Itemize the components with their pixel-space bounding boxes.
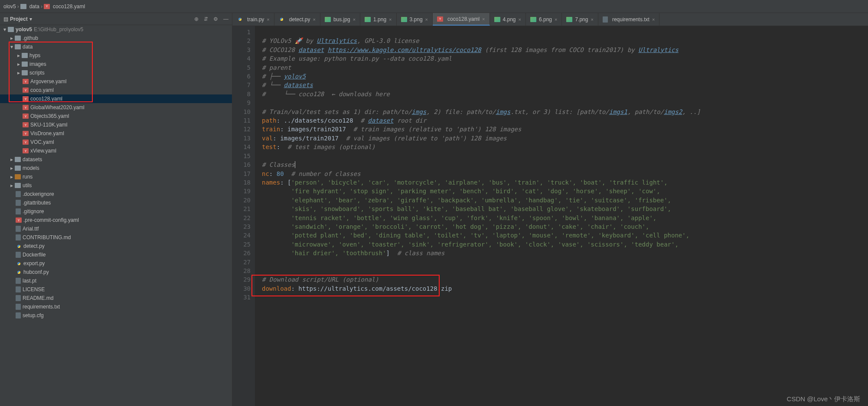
- tree-arial[interactable]: Arial.ttf: [0, 224, 232, 233]
- chevron-right-icon: ›: [17, 3, 19, 10]
- editor-tabs: train.py× detect.py× bus.jpg× 1.png× 3.p…: [232, 13, 868, 26]
- tree-lastpt[interactable]: last.pt: [0, 276, 232, 285]
- yaml-icon: Y: [23, 96, 29, 101]
- tree-export[interactable]: export.py: [0, 259, 232, 268]
- tree-setup[interactable]: setup.cfg: [0, 311, 232, 320]
- file-icon: [16, 208, 21, 214]
- tab-4png[interactable]: 4.png×: [490, 13, 526, 26]
- tree-datasets[interactable]: ▸datasets: [0, 155, 232, 164]
- image-icon: [401, 17, 407, 22]
- cfg-icon: [16, 312, 21, 318]
- tab-7png[interactable]: 7.png×: [562, 13, 598, 26]
- close-icon[interactable]: ×: [353, 17, 356, 22]
- tab-train[interactable]: train.py×: [232, 13, 274, 26]
- tab-requirements[interactable]: requirements.txt×: [598, 13, 659, 26]
- code-content[interactable]: # YOLOv5 🚀 by Ultralytics, GPL-3.0 licen…: [255, 26, 868, 406]
- target-icon[interactable]: ⊕: [194, 16, 199, 22]
- tree-coco128[interactable]: Ycoco128.yaml: [0, 94, 232, 103]
- close-icon[interactable]: ×: [267, 17, 269, 22]
- project-panel: ▤ Project ▾ ⊕ ⇵ ⚙ — ▾yolov5E:\GitHub_pro…: [0, 13, 232, 406]
- yaml-icon: Y: [437, 16, 443, 22]
- tree-contributing[interactable]: CONTRIBUTING.md: [0, 233, 232, 242]
- yaml-icon: Y: [44, 4, 50, 9]
- tree-hubconf[interactable]: hubconf.py: [0, 268, 232, 276]
- crumb-file[interactable]: coco128.yaml: [53, 3, 85, 10]
- project-icon: ▤: [3, 16, 8, 22]
- tree-models[interactable]: ▸models: [0, 164, 232, 172]
- filter-icon[interactable]: ⇵: [204, 16, 208, 22]
- project-title[interactable]: Project: [10, 16, 28, 22]
- tree-dockerignore[interactable]: .dockerignore: [0, 190, 232, 198]
- code-editor[interactable]: 1234567891011121314151617181920212223242…: [232, 26, 868, 406]
- tree-scripts[interactable]: ▸scripts: [0, 68, 232, 77]
- close-icon[interactable]: ×: [555, 17, 557, 22]
- tree-readme[interactable]: README.md: [0, 294, 232, 302]
- python-icon: [16, 243, 22, 249]
- tree-precommit[interactable]: Y.pre-commit-config.yaml: [0, 216, 232, 224]
- collapse-icon[interactable]: —: [223, 16, 228, 22]
- crumb-data[interactable]: data: [29, 3, 39, 10]
- tree-globalwheat[interactable]: YGlobalWheat2020.yaml: [0, 103, 232, 112]
- watermark: CSDN @Love丶伊卡洛斯: [787, 395, 860, 403]
- tab-detect[interactable]: detect.py×: [274, 13, 320, 26]
- file-icon: [16, 191, 21, 197]
- folder-icon: [15, 36, 21, 41]
- tree-images[interactable]: ▸images: [0, 60, 232, 68]
- tree-objects365[interactable]: YObjects365.yaml: [0, 112, 232, 120]
- tree-gitattributes[interactable]: .gitattributes: [0, 198, 232, 207]
- dropdown-icon[interactable]: ▾: [29, 16, 32, 22]
- tree-voc[interactable]: YVOC.yaml: [0, 138, 232, 146]
- md-icon: [16, 234, 21, 240]
- yaml-icon: Y: [23, 122, 29, 127]
- tree-license[interactable]: LICENSE: [0, 285, 232, 294]
- yaml-icon: Y: [23, 79, 29, 84]
- tree-runs[interactable]: ▸runs: [0, 172, 232, 181]
- folder-icon: [15, 174, 21, 179]
- tree-github[interactable]: ▸.github: [0, 34, 232, 42]
- tree-sku[interactable]: YSKU-110K.yaml: [0, 120, 232, 129]
- gear-icon[interactable]: ⚙: [213, 16, 218, 22]
- font-icon: [16, 226, 21, 232]
- folder-icon: [15, 183, 21, 188]
- tree-argoverse[interactable]: YArgoverse.yaml: [0, 77, 232, 86]
- editor-area: train.py× detect.py× bus.jpg× 1.png× 3.p…: [232, 13, 868, 406]
- line-gutter: 1234567891011121314151617181920212223242…: [232, 26, 255, 406]
- close-icon[interactable]: ×: [652, 17, 655, 22]
- close-icon[interactable]: ×: [519, 17, 521, 22]
- tree-root[interactable]: ▾yolov5E:\GitHub_pro\yolov5: [0, 25, 232, 34]
- yaml-icon: Y: [23, 140, 29, 145]
- tree-xview[interactable]: YxView.yaml: [0, 146, 232, 155]
- image-icon: [494, 17, 500, 22]
- tree-coco[interactable]: Ycoco.yaml: [0, 86, 232, 94]
- tab-6png[interactable]: 6.png×: [526, 13, 562, 26]
- tree-dockerfile[interactable]: Dockerfile: [0, 250, 232, 259]
- tree-data[interactable]: ▾data: [0, 42, 232, 51]
- tab-bus[interactable]: bus.jpg×: [320, 13, 360, 26]
- image-icon: [530, 17, 536, 22]
- python-icon: [237, 16, 243, 23]
- yaml-icon: Y: [23, 88, 29, 93]
- close-icon[interactable]: ×: [425, 17, 428, 22]
- folder-icon: [15, 166, 21, 171]
- project-tree[interactable]: ▾yolov5E:\GitHub_pro\yolov5 ▸.github ▾da…: [0, 25, 232, 406]
- close-icon[interactable]: ×: [313, 17, 316, 22]
- txt-icon: [16, 304, 21, 310]
- tree-visdrone[interactable]: YVisDrone.yaml: [0, 129, 232, 138]
- tab-coco128[interactable]: Ycoco128.yaml×: [433, 13, 489, 26]
- python-icon: [16, 260, 22, 266]
- tree-requirements[interactable]: requirements.txt: [0, 302, 232, 311]
- yaml-icon: Y: [23, 131, 29, 136]
- docker-icon: [16, 252, 21, 258]
- tab-1png[interactable]: 1.png×: [360, 13, 396, 26]
- tab-3png[interactable]: 3.png×: [397, 13, 433, 26]
- txt-icon: [603, 16, 608, 23]
- close-icon[interactable]: ×: [591, 17, 593, 22]
- tree-gitignore[interactable]: .gitignore: [0, 207, 232, 216]
- close-icon[interactable]: ×: [389, 17, 392, 22]
- crumb-root[interactable]: olov5: [3, 3, 16, 10]
- tree-utils[interactable]: ▸utils: [0, 181, 232, 190]
- tree-hyps[interactable]: ▸hyps: [0, 51, 232, 60]
- folder-icon: [22, 53, 28, 58]
- close-icon[interactable]: ×: [482, 16, 485, 22]
- tree-detect[interactable]: detect.py: [0, 242, 232, 250]
